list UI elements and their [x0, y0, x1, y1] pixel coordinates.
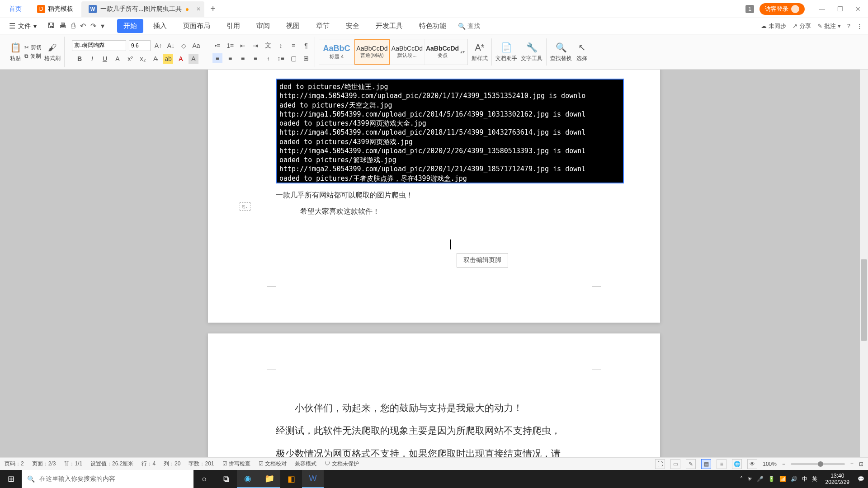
tray-mic-icon[interactable]: 🎤	[757, 476, 764, 482]
save-icon[interactable]: 🖫	[47, 22, 55, 30]
object-anchor-icon[interactable]: ⎘▾	[240, 202, 250, 211]
windows-search[interactable]: 🔍 在这里输入你要搜索的内容	[22, 470, 193, 488]
notification-badge[interactable]: 1	[745, 5, 754, 13]
tray-wifi-icon[interactable]: 📶	[779, 476, 786, 482]
task-view-icon[interactable]: ⧉	[215, 470, 237, 488]
shading-para-icon[interactable]: ▢	[288, 53, 298, 63]
print-preview-icon[interactable]: 🖶	[59, 22, 66, 30]
sync-status[interactable]: ☁未同步	[761, 22, 786, 30]
status-page-count[interactable]: 页面：2/3	[32, 460, 56, 468]
status-word-count[interactable]: 字数：201	[189, 460, 214, 468]
annotation-button[interactable]: ✎批注▾	[817, 22, 841, 30]
view-outline-icon[interactable]: ≡	[717, 459, 726, 469]
page-2[interactable]: 小伙伴们，动起来，您的鼓励与支持是我最大的动力！ 经测试，此软件无法爬取的现象主…	[208, 333, 660, 461]
style-keypoint[interactable]: AaBbCcDd要点	[425, 39, 460, 65]
tab-document-active[interactable]: W 一款几乎所有...图片爬虫工具 ● ✕	[81, 1, 204, 17]
style-heading4[interactable]: AaBbC标题 4	[319, 39, 354, 65]
embedded-console-image[interactable]: ded to pictures/绝世仙王.jpg http://imga.505…	[276, 79, 624, 183]
document-area[interactable]: ded to pictures/绝世仙王.jpg http://imga.505…	[0, 70, 868, 461]
collapse-ribbon-icon[interactable]: ⋮	[857, 23, 863, 29]
ribbon-tab-view[interactable]: 视图	[280, 19, 306, 33]
view-eye-icon[interactable]: 👁	[747, 459, 757, 469]
paste-button[interactable]: 📋粘贴	[9, 41, 22, 62]
show-marks-icon[interactable]: ¶	[301, 41, 311, 51]
tab-daoketemplate[interactable]: D 稻壳模板	[30, 1, 80, 17]
cortana-icon[interactable]: ○	[193, 470, 215, 488]
tab-close-icon[interactable]: ✕	[196, 6, 201, 12]
p2-line2[interactable]: 经测试，此软件无法爬取的现象主要是因为所爬取网站不支持爬虫，	[276, 419, 592, 442]
style-gallery-more[interactable]: ▴▾	[460, 39, 467, 65]
text-tool-button[interactable]: 🔧文字工具	[521, 41, 542, 62]
taskbar-app-2[interactable]: ◧	[280, 470, 302, 488]
print-icon[interactable]: ⎙	[71, 22, 75, 30]
sort-icon[interactable]: ↕	[276, 41, 286, 51]
increase-font-icon[interactable]: A↑	[153, 41, 163, 51]
tray-weather-icon[interactable]: ☀	[747, 476, 752, 482]
vertical-scrollbar[interactable]	[860, 70, 868, 461]
doc-helper-button[interactable]: 📄文档助手	[495, 41, 517, 62]
align-right-icon[interactable]: ≡	[238, 53, 248, 63]
view-read-icon[interactable]: ▭	[670, 459, 680, 469]
undo-icon[interactable]: ↶	[80, 22, 86, 30]
text-direction-icon[interactable]: 文	[263, 41, 273, 51]
tray-clock[interactable]: 13:40 2020/2/29	[822, 473, 853, 486]
start-button[interactable]: ⊞	[0, 470, 22, 488]
zoom-in-button[interactable]: +	[850, 461, 854, 467]
view-web-icon[interactable]: 🌐	[732, 459, 742, 469]
page-1[interactable]: ded to pictures/绝世仙王.jpg http://imga.505…	[208, 70, 660, 323]
zoom-fit-icon[interactable]: ⊡	[859, 461, 863, 467]
edit-footer-hint[interactable]: 双击编辑页脚	[457, 253, 508, 267]
close-window-button[interactable]: ✕	[850, 3, 866, 15]
text-color-button[interactable]: A	[176, 54, 186, 64]
ribbon-tab-security[interactable]: 安全	[340, 19, 366, 33]
strikethrough-button[interactable]: A̶	[151, 54, 160, 64]
guest-login-button[interactable]: 访客登录	[760, 3, 805, 15]
clear-format-icon[interactable]: ◇	[179, 41, 189, 51]
minimize-button[interactable]: —	[814, 3, 830, 15]
scroll-thumb[interactable]	[861, 259, 867, 341]
tray-volume-icon[interactable]: 🔊	[791, 476, 797, 482]
ribbon-tab-developer[interactable]: 开发工具	[369, 19, 409, 33]
bullet-list-icon[interactable]: •≡	[212, 41, 222, 51]
style-normal-web[interactable]: AaBbCcDd普通(网站)	[354, 39, 390, 65]
tab-home[interactable]: 首页	[2, 1, 29, 17]
font-name-input[interactable]	[72, 40, 126, 51]
status-compat-mode[interactable]: 兼容模式	[295, 460, 316, 468]
help-icon[interactable]: ?	[847, 23, 850, 29]
underline-button[interactable]: U	[100, 54, 110, 64]
zoom-out-button[interactable]: −	[782, 461, 785, 467]
share-button[interactable]: ↗分享	[793, 22, 811, 30]
view-fullscreen-icon[interactable]: ⛶	[655, 459, 665, 469]
subscript-button[interactable]: x₂	[138, 54, 148, 64]
taskbar-explorer[interactable]: 📁	[259, 470, 280, 488]
ribbon-tab-insert[interactable]: 插入	[147, 19, 173, 33]
align-left-icon[interactable]: ≡	[212, 53, 222, 63]
new-style-button[interactable]: A*新样式	[472, 41, 488, 62]
paragraph-caption-1[interactable]: 一款几乎所有网站都可以爬取的图片爬虫！	[276, 189, 413, 202]
status-position[interactable]: 设置值：26.2厘米	[90, 460, 133, 468]
page-2-body[interactable]: 小伙伴们，动起来，您的鼓励与支持是我最大的动力！ 经测试，此软件无法爬取的现象主…	[276, 397, 592, 461]
ribbon-tab-layout[interactable]: 页面布局	[177, 19, 217, 33]
tray-ime2[interactable]: 英	[812, 475, 817, 483]
zoom-value[interactable]: 100%	[763, 461, 777, 467]
view-edit-icon[interactable]: ✎	[686, 459, 696, 469]
tray-ime1[interactable]: 中	[802, 475, 807, 483]
maximize-button[interactable]: ❐	[832, 3, 848, 15]
font-color-button[interactable]: A	[113, 54, 123, 64]
paragraph-caption-2[interactable]: 希望大家喜欢这款软件！	[300, 205, 380, 218]
new-tab-button[interactable]: +	[205, 1, 221, 17]
line-spacing-icon[interactable]: ≡	[288, 41, 298, 51]
status-column[interactable]: 列：20	[164, 460, 180, 468]
align-center-icon[interactable]: ≡	[225, 53, 235, 63]
tray-chevron-icon[interactable]: ˄	[740, 476, 743, 482]
status-protection[interactable]: 🛡 文档未保护	[325, 460, 359, 468]
bold-button[interactable]: B	[75, 54, 85, 64]
taskbar-wps[interactable]: W	[302, 470, 324, 488]
p2-line1[interactable]: 小伙伴们，动起来，您的鼓励与支持是我最大的动力！	[276, 397, 592, 419]
ribbon-tab-features[interactable]: 特色功能	[413, 19, 453, 33]
decrease-font-icon[interactable]: A↓	[166, 41, 176, 51]
font-size-input[interactable]	[129, 40, 151, 51]
find-replace-button[interactable]: 🔍查找替换	[550, 41, 572, 62]
file-menu[interactable]: ☰ 文件 ▾	[5, 20, 40, 32]
view-page-icon[interactable]: ▤	[701, 459, 711, 469]
